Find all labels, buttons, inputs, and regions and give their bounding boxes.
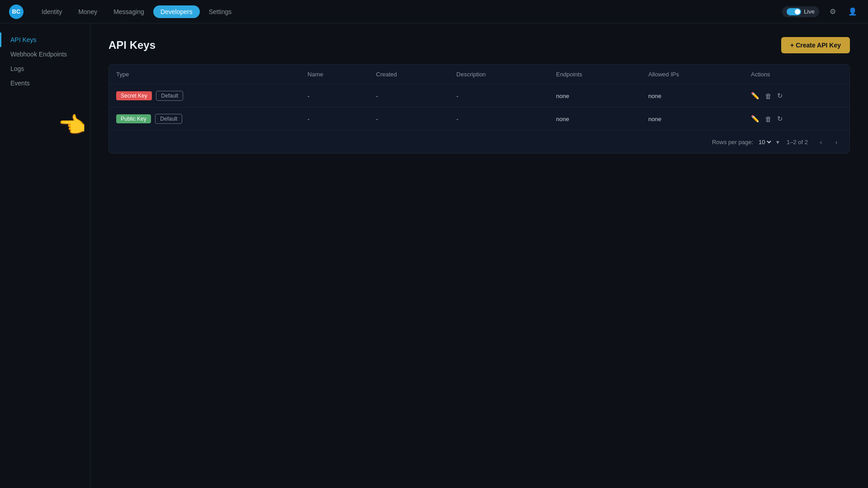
row1-allowed-ips: none	[641, 84, 744, 108]
top-nav: Identity Money Messaging Developers Sett…	[34, 5, 239, 18]
row1-description: -	[449, 84, 549, 108]
pagination-range: 1–2 of 2	[787, 139, 808, 145]
row2-type: Public Key Default	[109, 108, 300, 131]
row2-allowed-ips: none	[641, 108, 744, 131]
row2-description: -	[449, 108, 549, 131]
action-icons-1: ✏️ 🗑 ↻	[751, 92, 842, 100]
table-row: Secret Key Default - - - none none ✏️	[109, 84, 849, 108]
col-description: Description	[449, 65, 549, 84]
dropdown-icon: ▾	[776, 139, 779, 145]
topbar-right: Live ⚙ 👤	[782, 5, 859, 18]
nav-item-settings[interactable]: Settings	[202, 5, 239, 18]
sidebar-item-logs[interactable]: Logs	[0, 61, 90, 76]
main-content: API Keys + Create API Key Type Name Crea…	[90, 23, 868, 488]
row2-actions: ✏️ 🗑 ↻	[744, 108, 849, 131]
account-icon-btn[interactable]: 👤	[846, 5, 859, 18]
rows-per-page-control: Rows per page: 10 25 50 ▾	[712, 138, 779, 146]
live-toggle[interactable]: Live	[782, 6, 819, 17]
refresh-icon-1[interactable]: ↻	[777, 92, 783, 100]
default-badge-2: Default	[155, 114, 182, 124]
sidebar-item-webhook-endpoints[interactable]: Webhook Endpoints	[0, 47, 90, 61]
sidebar-item-api-keys[interactable]: API Keys	[0, 33, 90, 47]
row2-name: -	[300, 108, 368, 131]
row1-name: -	[300, 84, 368, 108]
table-footer: Rows per page: 10 25 50 ▾ 1–2 of 2 ‹ ›	[109, 130, 849, 153]
row2-endpoints: none	[549, 108, 641, 131]
toggle-switch[interactable]	[787, 8, 801, 15]
settings-icon: ⚙	[830, 7, 836, 16]
secret-key-badge: Secret Key	[116, 91, 152, 100]
public-key-badge: Public Key	[116, 114, 151, 123]
api-keys-table: Type Name Created Description Endpoints …	[109, 65, 849, 130]
app-body: API Keys Webhook Endpoints Logs Events A…	[0, 23, 868, 488]
page-title: API Keys	[108, 39, 156, 52]
col-type: Type	[109, 65, 300, 84]
rows-per-page-label: Rows per page:	[712, 139, 753, 145]
table-header-row: Type Name Created Description Endpoints …	[109, 65, 849, 84]
row1-actions: ✏️ 🗑 ↻	[744, 84, 849, 108]
nav-item-developers[interactable]: Developers	[153, 5, 200, 18]
nav-item-messaging[interactable]: Messaging	[106, 5, 151, 18]
row1-type: Secret Key Default	[109, 84, 300, 108]
app-logo[interactable]: BC	[9, 5, 24, 19]
edit-icon-1[interactable]: ✏️	[751, 92, 760, 100]
edit-icon-2[interactable]: ✏️	[751, 115, 760, 123]
nav-item-money[interactable]: Money	[71, 5, 104, 18]
topbar-left: BC Identity Money Messaging Developers S…	[9, 5, 239, 19]
toggle-knob	[795, 9, 800, 14]
refresh-icon-2[interactable]: ↻	[777, 115, 783, 123]
topbar: BC Identity Money Messaging Developers S…	[0, 0, 868, 23]
table-row: Public Key Default - - - none none ✏️	[109, 108, 849, 131]
live-label: Live	[804, 8, 815, 15]
col-allowed-ips: Allowed IPs	[641, 65, 744, 84]
col-actions: Actions	[744, 65, 849, 84]
row2-created: -	[369, 108, 449, 131]
delete-icon-2[interactable]: 🗑	[765, 115, 772, 123]
default-badge-1: Default	[156, 91, 183, 101]
col-name: Name	[300, 65, 368, 84]
api-keys-table-container: Type Name Created Description Endpoints …	[108, 64, 850, 154]
settings-icon-btn[interactable]: ⚙	[826, 5, 839, 18]
nav-item-identity[interactable]: Identity	[34, 5, 69, 18]
next-page-button[interactable]: ›	[830, 136, 842, 148]
pagination-nav: ‹ ›	[815, 136, 842, 148]
sidebar-item-events[interactable]: Events	[0, 76, 90, 90]
col-created: Created	[369, 65, 449, 84]
col-endpoints: Endpoints	[549, 65, 641, 84]
sidebar: API Keys Webhook Endpoints Logs Events	[0, 23, 90, 488]
row1-created: -	[369, 84, 449, 108]
prev-page-button[interactable]: ‹	[815, 136, 827, 148]
row1-endpoints: none	[549, 84, 641, 108]
action-icons-2: ✏️ 🗑 ↻	[751, 115, 842, 123]
account-icon: 👤	[848, 7, 857, 16]
page-header: API Keys + Create API Key	[108, 37, 850, 53]
create-api-key-button[interactable]: + Create API Key	[781, 37, 850, 53]
rows-per-page-select[interactable]: 10 25 50	[757, 138, 773, 146]
delete-icon-1[interactable]: 🗑	[765, 92, 772, 100]
